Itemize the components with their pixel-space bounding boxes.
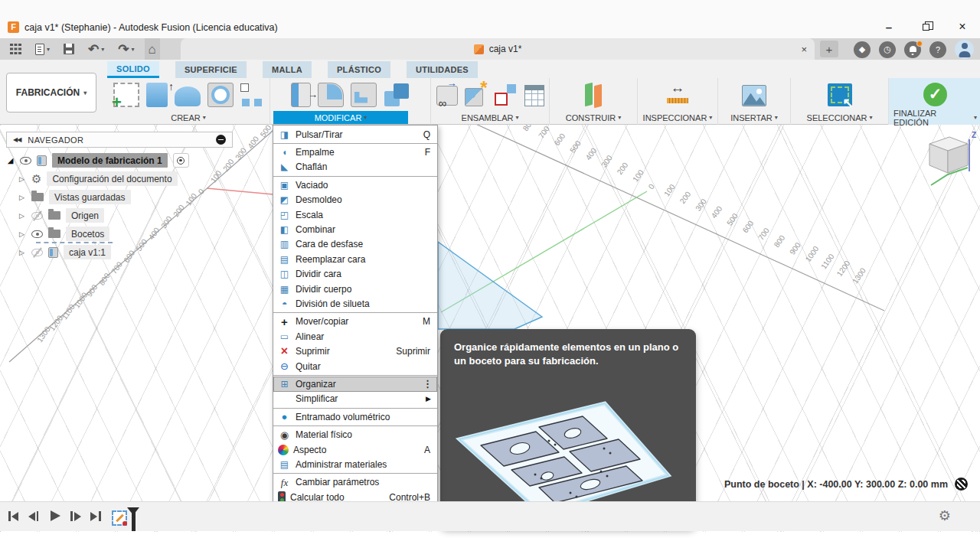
- press-pull-ribbon-icon[interactable]: [291, 83, 311, 107]
- extrude-icon[interactable]: [146, 83, 168, 107]
- construct-plane-icon[interactable]: [580, 83, 606, 107]
- maximize-button[interactable]: [919, 20, 933, 34]
- undo-button[interactable]: ↶▾: [84, 38, 108, 60]
- menu-item-quitar[interactable]: ⊖Quitar: [273, 359, 437, 373]
- browser-item-bocetos[interactable]: ▷Bocetos: [18, 226, 233, 242]
- menu-item-dividir-cara[interactable]: ◫Dividir cara: [273, 267, 437, 282]
- document-tab[interactable]: caja v1* ×: [181, 38, 815, 60]
- ribbon-tab-solido[interactable]: SOLIDO: [107, 61, 159, 78]
- menu-item-suprimir[interactable]: ×SuprimirSuprimir: [273, 344, 437, 358]
- close-button[interactable]: ×: [956, 20, 969, 34]
- visibility-off-icon[interactable]: [31, 212, 43, 220]
- visibility-icon[interactable]: [31, 230, 43, 238]
- revolve-icon[interactable]: [175, 86, 201, 106]
- ribbon-group-label[interactable]: INSPECCIONAR▾: [639, 111, 717, 124]
- redo-button[interactable]: ↷▾: [114, 38, 138, 60]
- measure-icon[interactable]: [665, 83, 691, 107]
- expander-icon[interactable]: ▷: [18, 249, 26, 256]
- as-built-joint-icon[interactable]: [495, 83, 518, 107]
- save-button[interactable]: [60, 38, 78, 60]
- browser-item-origen[interactable]: ▷Origen: [18, 207, 233, 223]
- fillet-ribbon-icon[interactable]: [318, 83, 344, 107]
- expander-icon[interactable]: ▷: [18, 175, 26, 183]
- browser-item-configuraci-n-del-documento[interactable]: ▷Configuración del documento: [18, 171, 233, 187]
- collapse-panel-icon[interactable]: ◀◀: [13, 136, 21, 143]
- app-grid-button[interactable]: [6, 38, 25, 60]
- menu-item-cara-de-desfase[interactable]: ▥Cara de desfase: [273, 237, 437, 252]
- minimize-panel-icon[interactable]: [216, 135, 226, 145]
- menu-item-desmoldeo[interactable]: ◩Desmoldeo: [273, 193, 437, 207]
- hole-icon[interactable]: [207, 83, 234, 107]
- menu-item-combinar[interactable]: ◧Combinar: [273, 222, 437, 236]
- ribbon-tab-malla[interactable]: MALLA: [263, 61, 312, 78]
- skip-end-icon[interactable]: [90, 511, 103, 522]
- ribbon-tab-superficie[interactable]: SUPERFICIE: [175, 61, 247, 78]
- insert-image-icon[interactable]: [742, 85, 766, 106]
- menu-item-administrar-materiales[interactable]: ▤Administrar materiales: [273, 457, 437, 471]
- ribbon-tab-utilidades[interactable]: UTILIDADES: [407, 61, 478, 78]
- visibility-icon[interactable]: [20, 157, 31, 165]
- step-back-icon[interactable]: [28, 511, 41, 522]
- menu-item-chafl-n[interactable]: ◣Chaflán: [273, 160, 437, 174]
- menu-item-divisi-n-de-silueta[interactable]: ◓División de silueta: [273, 296, 437, 311]
- browser-item-caja-v1-1[interactable]: ▷caja v1:1: [18, 244, 233, 260]
- ribbon-group-label[interactable]: FINALIZAR EDICIÓN▾: [889, 111, 980, 124]
- expanded-icon[interactable]: ◢: [6, 156, 15, 165]
- shell-ribbon-icon[interactable]: [351, 83, 377, 107]
- new-tab-button[interactable]: +: [820, 41, 838, 57]
- menu-item-entramado-volum-trico[interactable]: ●Entramado volumétrico: [273, 409, 437, 424]
- menu-item-dividir-cuerpo[interactable]: ▦Dividir cuerpo: [273, 282, 437, 296]
- file-button[interactable]: ▾: [31, 38, 54, 60]
- expander-icon[interactable]: ▷: [18, 230, 26, 238]
- menu-item-alinear[interactable]: ▭Alinear: [273, 329, 437, 344]
- menu-item-cambiar-par-metros[interactable]: fxCambiar parámetros: [273, 475, 437, 490]
- comment-icon[interactable]: [955, 478, 968, 491]
- sketch-feature-icon[interactable]: [112, 510, 127, 526]
- joint-icon[interactable]: [465, 83, 488, 107]
- new-component-icon[interactable]: [436, 86, 458, 106]
- minimize-button[interactable]: –: [882, 20, 896, 34]
- menu-item-aspecto[interactable]: AspectoA: [273, 442, 437, 457]
- menu-item-mover-copiar[interactable]: +Mover/copiarM: [273, 315, 437, 329]
- ribbon-group-label[interactable]: SELECCIONAR▾: [802, 111, 877, 124]
- skip-start-icon[interactable]: [8, 511, 20, 522]
- job-status-icon[interactable]: ◷: [879, 41, 896, 58]
- notifications-icon[interactable]: [904, 41, 921, 58]
- timeline-settings-gear-icon[interactable]: ⚙: [939, 509, 951, 523]
- expander-icon[interactable]: ▷: [18, 212, 26, 220]
- ribbon-group-label[interactable]: INSERTAR▾: [726, 111, 782, 124]
- ribbon-tab-plástico[interactable]: PLÁSTICO: [328, 61, 390, 78]
- menu-item-empalme[interactable]: ◖EmpalmeF: [273, 145, 437, 159]
- more-options-icon[interactable]: ⋮: [423, 378, 433, 390]
- help-icon[interactable]: ?: [929, 41, 946, 58]
- workspace-selector[interactable]: FABRICACIÓN ▾: [6, 73, 96, 112]
- extensions-icon[interactable]: ◆: [854, 41, 871, 58]
- browser-item-vistas-guardadas[interactable]: ▷Vistas guardadas: [18, 189, 233, 205]
- sketch-plane-highlight[interactable]: [438, 242, 542, 329]
- create-sketch-icon[interactable]: [113, 83, 139, 107]
- ribbon-group-label[interactable]: CREAR▾: [166, 111, 211, 124]
- menu-item-simplificar[interactable]: Simplificar▶: [273, 392, 437, 406]
- browser-item-modelo-de-fabricaci-n-1[interactable]: ◢Modelo de fabricación 1: [6, 152, 233, 168]
- menu-item-escala[interactable]: ◰Escala: [273, 207, 437, 222]
- menu-item-reemplazar-cara[interactable]: ▤Reemplazar cara: [273, 252, 437, 266]
- finish-check-icon[interactable]: [923, 83, 947, 106]
- ribbon-group-label[interactable]: MODIFICAR▾: [273, 111, 408, 124]
- browser-header[interactable]: ◀◀ NAVEGADOR: [6, 132, 233, 148]
- step-forward-icon[interactable]: [70, 511, 82, 522]
- menu-item-organizar[interactable]: ⊞Organizar⋮: [273, 377, 437, 391]
- expander-icon[interactable]: ▷: [18, 194, 26, 201]
- visibility-off-icon[interactable]: [31, 249, 43, 256]
- play-icon[interactable]: [49, 511, 61, 522]
- document-tab-close-icon[interactable]: ×: [801, 44, 807, 55]
- activate-component-radio[interactable]: [173, 153, 189, 168]
- bom-table-icon[interactable]: [524, 85, 544, 106]
- select-icon[interactable]: [828, 83, 852, 106]
- combine-ribbon-icon[interactable]: [384, 83, 410, 107]
- account-avatar[interactable]: [955, 40, 974, 59]
- menu-item-material-f-sico[interactable]: ◉Material físico: [273, 427, 437, 442]
- home-button[interactable]: ⌂: [145, 38, 160, 60]
- menu-item-pulsar-tirar[interactable]: ◨Pulsar/TirarQ: [273, 127, 437, 142]
- ribbon-group-label[interactable]: CONSTRUIR▾: [561, 111, 626, 124]
- timeline-position-marker[interactable]: [132, 508, 136, 531]
